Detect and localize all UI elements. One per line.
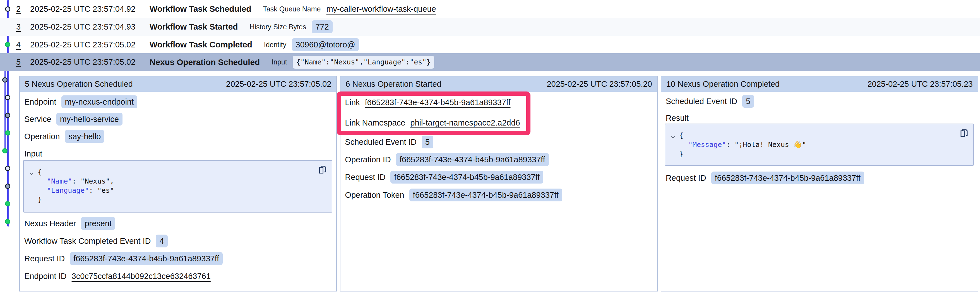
timeline-dot <box>2 148 8 153</box>
timeline-dot <box>2 77 8 83</box>
panel-body: Endpoint my-nexus-endpoint Service my-he… <box>20 92 336 291</box>
link-namespace-link[interactable]: phil-target-namespace2.a2dd6 <box>410 118 520 127</box>
panel-nexus-operation-scheduled: 5 Nexus Operation Scheduled 2025-02-25 U… <box>19 76 337 291</box>
workflow-event-history-view: 2 2025-02-25 UTC 23:57:04.92 Workflow Ta… <box>0 0 980 294</box>
history-size-badge: 772 <box>312 21 332 33</box>
panel-timestamp: 2025-02-25 UTC 23:57:05.20 <box>547 79 652 89</box>
input-label: Input <box>24 149 42 159</box>
event-attr-label: Task Queue Name <box>263 5 321 13</box>
panel-title: 10 Nexus Operation Completed <box>667 79 780 89</box>
timeline-dot <box>5 219 10 224</box>
code-line: } <box>679 149 968 159</box>
panel-header: 5 Nexus Operation Scheduled 2025-02-25 U… <box>20 76 336 92</box>
panel-nexus-operation-started: 6 Nexus Operation Started 2025-02-25 UTC… <box>340 76 657 291</box>
panel-timestamp: 2025-02-25 UTC 23:57:05.02 <box>226 79 331 89</box>
code-line: "Message": "¡Hola! Nexus 👋" <box>679 140 968 149</box>
endpoint-id-label: Endpoint ID <box>24 272 67 281</box>
request-id-label: Request ID <box>345 173 385 182</box>
timeline-branch-line <box>5 62 6 151</box>
code-line: } <box>38 195 326 204</box>
event-attr-label: Identity <box>264 41 286 49</box>
event-row-3[interactable]: 3 2025-02-25 UTC 23:57:04.93 Workflow Ta… <box>0 18 980 36</box>
event-id-link[interactable]: 3 <box>16 22 25 32</box>
panel-nexus-operation-completed: 10 Nexus Operation Completed 2025-02-25 … <box>661 76 978 291</box>
request-id-badge: f665283f-743e-4374-b45b-9a61a89337ff <box>390 171 543 184</box>
code-line: "Name": "Nexus", <box>38 176 326 186</box>
nexus-header-badge: present <box>81 217 115 230</box>
event-row-5-selected[interactable]: 5 2025-02-25 UTC 23:57:05.02 Nexus Opera… <box>0 53 980 71</box>
timeline-dot <box>5 113 10 118</box>
copy-icon[interactable] <box>317 164 328 175</box>
panel-body: Link f665283f-743e-4374-b45b-9a61a89337f… <box>340 92 657 291</box>
event-timestamp: 2025-02-25 UTC 23:57:05.02 <box>30 40 150 49</box>
scheduled-event-id-label: Scheduled Event ID <box>666 97 737 106</box>
link-label: Link <box>345 98 360 107</box>
code-line: { <box>38 167 326 176</box>
operation-token-badge: f665283f-743e-4374-b45b-9a61a89337ff <box>409 189 562 202</box>
event-timestamp: 2025-02-25 UTC 23:57:04.92 <box>30 5 150 14</box>
event-name: Workflow Task Completed <box>150 40 252 49</box>
event-row-4[interactable]: 4 2025-02-25 UTC 23:57:05.02 Workflow Ta… <box>0 36 980 54</box>
nexus-header-label: Nexus Header <box>24 219 76 228</box>
request-id-label: Request ID <box>24 254 65 263</box>
event-id-link[interactable]: 2 <box>16 5 25 14</box>
result-code-block: { "Message": "¡Hola! Nexus 👋" } <box>665 124 974 166</box>
scheduled-event-id-badge: 5 <box>422 135 433 148</box>
timeline-dot <box>5 95 10 100</box>
chevron-down-icon[interactable] <box>29 170 34 175</box>
operation-label: Operation <box>24 132 60 141</box>
wtc-event-id-label: Workflow Task Completed Event ID <box>24 237 151 246</box>
request-id-label: Request ID <box>666 173 706 183</box>
service-badge: my-hello-service <box>56 113 123 126</box>
operation-token-label: Operation Token <box>345 191 404 200</box>
wtc-event-id-badge: 4 <box>156 235 167 248</box>
timeline-dot <box>5 130 10 135</box>
timeline-dot <box>5 166 10 171</box>
panel-header: 10 Nexus Operation Completed 2025-02-25 … <box>661 76 978 92</box>
code-line: "Language": "es" <box>38 186 326 195</box>
service-label: Service <box>24 114 51 124</box>
operation-id-badge: f665283f-743e-4374-b45b-9a61a89337ff <box>396 153 549 166</box>
endpoint-label: Endpoint <box>24 97 56 106</box>
operation-id-label: Operation ID <box>345 155 391 164</box>
code-line: { <box>679 131 968 140</box>
panel-title: 6 Nexus Operation Started <box>345 79 441 89</box>
endpoint-badge: my-nexus-endpoint <box>61 95 138 108</box>
scheduled-event-id-label: Scheduled Event ID <box>345 138 416 147</box>
event-name: Nexus Operation Scheduled <box>150 57 260 67</box>
event-id-link[interactable]: 5 <box>16 57 25 67</box>
chevron-down-icon[interactable] <box>670 133 676 138</box>
event-detail-panels: 5 Nexus Operation Scheduled 2025-02-25 U… <box>19 76 978 291</box>
link-value-link[interactable]: f665283f-743e-4374-b45b-9a61a89337ff <box>365 98 511 107</box>
event-row-2[interactable]: 2 2025-02-25 UTC 23:57:04.92 Workflow Ta… <box>0 0 980 18</box>
event-name: Workflow Task Scheduled <box>150 4 251 14</box>
panel-timestamp: 2025-02-25 UTC 23:57:05.23 <box>867 79 973 89</box>
event-timestamp: 2025-02-25 UTC 23:57:04.93 <box>30 22 150 32</box>
copy-icon[interactable] <box>959 127 969 138</box>
operation-badge: say-hello <box>65 130 104 143</box>
timeline-dot <box>5 201 10 207</box>
input-code-block: { "Name": "Nexus", "Language": "es" } <box>23 160 332 213</box>
panel-body: Scheduled Event ID 5 Result { "Message":… <box>661 92 978 291</box>
scheduled-event-id-badge: 5 <box>742 95 754 108</box>
panel-header: 6 Nexus Operation Started 2025-02-25 UTC… <box>340 76 657 92</box>
timeline-dot <box>5 184 10 189</box>
event-timestamp: 2025-02-25 UTC 23:57:05.02 <box>30 57 150 67</box>
panel-title: 5 Nexus Operation Scheduled <box>25 79 133 89</box>
identity-badge: 30960@totoro@ <box>292 38 359 51</box>
request-id-badge: f665283f-743e-4374-b45b-9a61a89337ff <box>711 172 864 184</box>
event-id-link[interactable]: 4 <box>16 40 25 49</box>
result-label: Result <box>666 113 689 123</box>
event-attr-label: History Size Bytes <box>250 23 306 31</box>
endpoint-id-link[interactable]: 3c0c75ccfa8144b092c13ce632463761 <box>72 272 211 281</box>
link-namespace-label: Link Namespace <box>345 118 405 127</box>
request-id-badge: f665283f-743e-4374-b45b-9a61a89337ff <box>70 252 223 265</box>
event-attr-label: Input <box>272 58 287 66</box>
task-queue-link[interactable]: my-caller-workflow-task-queue <box>326 5 436 14</box>
input-json-badge: {"Name":"Nexus","Language":"es"} <box>293 56 434 68</box>
event-name: Workflow Task Started <box>150 22 238 32</box>
